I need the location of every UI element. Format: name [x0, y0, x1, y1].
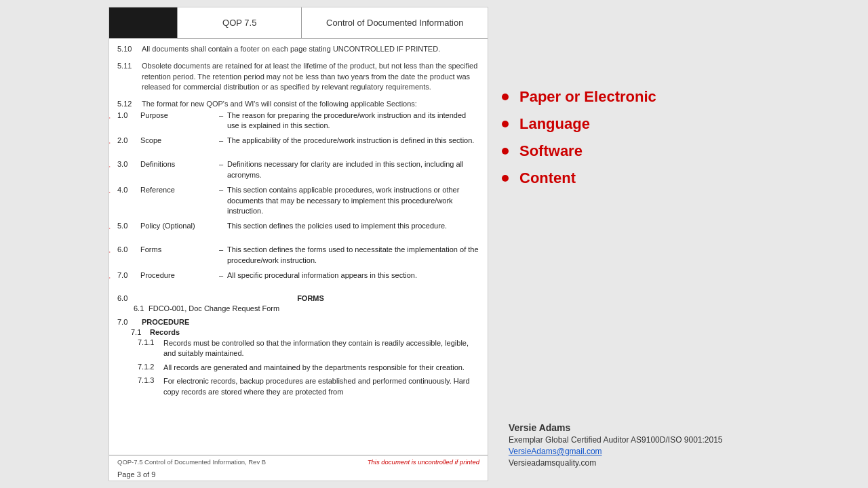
row-dash-2: –: [215, 159, 227, 168]
row-desc-1: The applicability of the procedure/work …: [227, 136, 479, 146]
arrow-row-2: 3.0Definitions–Definitions necessary for…: [117, 159, 479, 180]
arrow-graphic-6: [109, 273, 111, 284]
row-num-4: 5.0: [117, 221, 140, 230]
arrow-graphic-2: [109, 162, 111, 173]
bullet-text-3: Content: [519, 169, 576, 187]
record-item-text-0: Records must be controlled so that the i…: [163, 338, 479, 359]
presenter-email[interactable]: VersieAdams@gmail.com: [509, 447, 760, 456]
bullet-item-3: Content: [502, 169, 760, 187]
bullet-dot-1: [502, 121, 509, 127]
doc-subtitle-text: Control of Documented Information: [326, 18, 463, 28]
row-num-5: 6.0: [117, 245, 140, 253]
forms-section: 6.0 FORMS 6.1 FDCO-001, Doc Change Reque…: [117, 294, 479, 312]
svg-marker-11: [109, 249, 111, 256]
company-logo: [109, 7, 177, 38]
footer-left-text: QOP-7.5 Control of Documented Informatio…: [117, 458, 266, 466]
row-desc-2: Definitions necessary for clarity are in…: [227, 159, 479, 180]
section-5-12-header: 5.12 The format for new QOP's and WI's w…: [117, 100, 479, 108]
bullet-item-2: Software: [502, 142, 760, 160]
record-item-0: 7.1.1Records must be controlled so that …: [117, 338, 479, 359]
svg-marker-13: [109, 274, 111, 281]
row-dash-5: –: [215, 245, 227, 253]
forms-label: FORMS: [142, 294, 479, 302]
record-item-num-0: 7.1.1: [138, 338, 163, 359]
bullet-text-0: Paper or Electronic: [519, 88, 656, 106]
row-num-3: 4.0: [117, 185, 140, 194]
record-item-num-1: 7.1.2: [138, 363, 163, 373]
arrow-graphic-1: [109, 138, 111, 149]
section-5-10-text: All documents shall contain a footer on …: [142, 44, 479, 54]
arrow-row-0: 1.0Purpose–The reason for preparing the …: [117, 110, 479, 131]
row-dash-6: –: [215, 270, 227, 279]
svg-marker-7: [109, 189, 111, 196]
row-desc-3: This section contains applicable procedu…: [227, 185, 479, 216]
arrow-graphic-5: [109, 247, 111, 258]
document-panel: QOP 7.5 Control of Documented Informatio…: [108, 7, 488, 481]
record-items-container: 7.1.1Records must be controlled so that …: [117, 338, 479, 397]
bullet-dot-0: [502, 94, 509, 100]
doc-body: 5.10 All documents shall contain a foote…: [109, 39, 488, 455]
records-label: Records: [150, 328, 180, 336]
presenter-website: Versieadamsquality.com: [509, 458, 760, 468]
procedure-section: 7.0 PROCEDURE 7.1 Records 7.1.1Records m…: [117, 318, 479, 397]
bullet-dot-3: [502, 175, 509, 182]
svg-marker-1: [109, 115, 111, 121]
arrow-row-3: 4.0Reference–This section contains appli…: [117, 185, 479, 216]
row-dash-0: –: [215, 110, 227, 119]
row-dash-3: –: [215, 185, 227, 194]
row-num-1: 2.0: [117, 136, 140, 144]
doc-footer: QOP-7.5 Control of Documented Informatio…: [109, 455, 488, 468]
page-number: Page 3 of 9: [109, 468, 488, 481]
section-5-11-text: Obsolete documents are retained for at l…: [142, 61, 479, 92]
row-label-1: Scope: [140, 136, 215, 144]
row-label-0: Purpose: [140, 110, 215, 119]
record-item-text-2: For electronic records, backup procedure…: [163, 376, 479, 397]
section-5-11-num: 5.11: [117, 61, 142, 92]
row-dash-1: –: [215, 136, 227, 144]
row-label-2: Definitions: [140, 159, 215, 168]
procedure-label: PROCEDURE: [142, 318, 189, 326]
section-5-12-num: 5.12: [117, 100, 142, 108]
procedure-num: 7.0: [117, 318, 142, 326]
section-5-11: 5.11 Obsolete documents are retained for…: [117, 61, 479, 92]
svg-marker-9: [109, 225, 111, 232]
arrow-row-1: 2.0Scope–The applicability of the proced…: [117, 136, 479, 155]
row-dash-4: [215, 221, 227, 222]
main-content: QOP 7.5 Control of Documented Informatio…: [0, 0, 868, 488]
arrow-graphic-4: [109, 224, 111, 235]
arrow-graphic-3: [109, 188, 111, 199]
section-5-10: 5.10 All documents shall contain a foote…: [117, 44, 479, 54]
record-item-num-2: 7.1.3: [138, 376, 163, 397]
svg-marker-3: [109, 140, 111, 146]
record-item-1: 7.1.2All records are generated and maint…: [117, 363, 479, 373]
records-num: 7.1: [131, 328, 150, 336]
arrow-graphic-0: [109, 113, 111, 124]
section-5-10-num: 5.10: [117, 44, 142, 54]
row-desc-4: This section defines the policies used t…: [227, 221, 479, 231]
row-label-5: Forms: [140, 245, 215, 253]
row-label-4: Policy (Optional): [140, 221, 215, 230]
bullet-text-1: Language: [519, 115, 590, 133]
doc-subtitle-cell: Control of Documented Information: [302, 7, 488, 38]
svg-marker-5: [109, 163, 111, 170]
row-label-6: Procedure: [140, 270, 215, 279]
bullet-item-0: Paper or Electronic: [502, 88, 760, 106]
section-5-12-intro: The format for new QOP's and WI's will c…: [142, 100, 479, 108]
row-desc-6: All specific procedural information appe…: [227, 270, 479, 281]
bullet-list: Paper or ElectronicLanguageSoftwareConte…: [502, 7, 760, 197]
row-desc-0: The reason for preparing the procedure/w…: [227, 110, 479, 131]
presenter-name: Versie Adams: [509, 422, 760, 433]
arrow-row-6: 7.0Procedure–All specific procedural inf…: [117, 270, 479, 289]
right-panel: Paper or ElectronicLanguageSoftwareConte…: [502, 7, 760, 481]
row-num-2: 3.0: [117, 159, 140, 168]
arrow-rows-container: 1.0Purpose–The reason for preparing the …: [117, 110, 479, 290]
footer-right-text: This document is uncontrolled if printed: [368, 458, 479, 466]
row-num-0: 1.0: [117, 110, 140, 119]
bullet-dot-2: [502, 148, 509, 155]
record-item-text-1: All records are generated and maintained…: [163, 363, 465, 373]
presenter-title: Exemplar Global Certified Auditor AS9100…: [509, 435, 760, 445]
arrow-row-5: 6.0Forms–This section defines the forms …: [117, 245, 479, 266]
doc-title-cell: QOP 7.5: [177, 7, 302, 38]
arrow-row-4: 5.0Policy (Optional)This section defines…: [117, 221, 479, 240]
doc-title-text: QOP 7.5: [222, 18, 256, 28]
